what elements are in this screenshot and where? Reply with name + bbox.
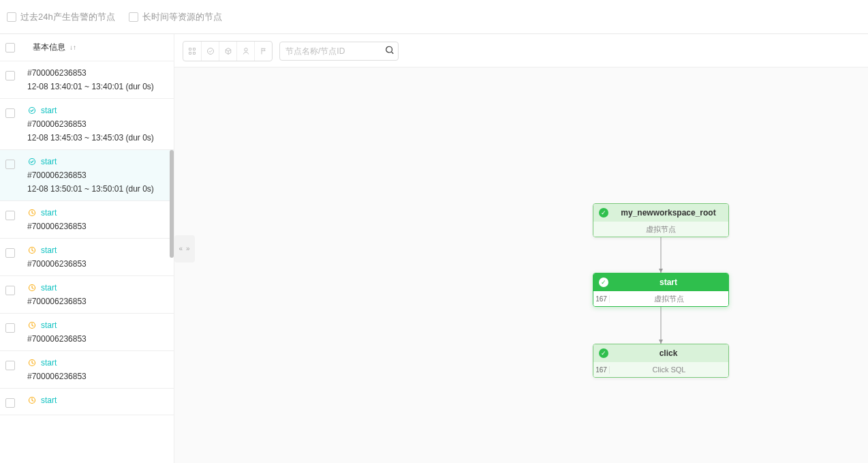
cube-button[interactable] bbox=[219, 42, 236, 61]
node-header: ✓start bbox=[593, 273, 728, 291]
node-time: 12-08 13:45:03 ~ 13:45:03 (dur 0s) bbox=[27, 133, 170, 143]
node-hash: #700006236853 bbox=[27, 119, 170, 129]
scrollbar-thumb[interactable] bbox=[170, 150, 174, 258]
node-hash: #700006236853 bbox=[27, 297, 170, 306]
node-name: start bbox=[41, 395, 57, 405]
check-circle-icon: ✓ bbox=[599, 208, 608, 218]
status-line: start bbox=[27, 395, 170, 405]
row-body: start#700006236853 bbox=[27, 358, 170, 381]
row-checkbox[interactable] bbox=[5, 248, 15, 258]
node-hash: #700006236853 bbox=[27, 170, 170, 180]
checkbox-icon bbox=[7, 12, 16, 22]
graph-node-root[interactable]: ✓my_newworkspace_root虚拟节点 bbox=[593, 203, 729, 237]
check-circle-icon bbox=[27, 157, 37, 166]
svg-point-9 bbox=[244, 48, 247, 52]
node-title: my_newworkspace_root bbox=[614, 208, 723, 218]
status-line: start bbox=[27, 320, 170, 330]
canvas-toolbar bbox=[183, 41, 860, 61]
node-subtext: 虚拟节点 bbox=[610, 294, 728, 304]
row-body: start#70000623685312-08 13:50:01 ~ 13:50… bbox=[27, 157, 170, 194]
graph-node-start[interactable]: ✓start167虚拟节点 bbox=[593, 273, 729, 307]
search-input[interactable] bbox=[279, 42, 399, 61]
cube-icon bbox=[224, 47, 232, 55]
row-checkbox[interactable] bbox=[5, 361, 15, 370]
graph-node-click[interactable]: ✓click167Click SQL bbox=[593, 344, 729, 378]
node-header: ✓my_newworkspace_root bbox=[593, 204, 728, 222]
flag-icon bbox=[260, 47, 268, 55]
node-title: start bbox=[614, 278, 723, 287]
node-index: 167 bbox=[593, 366, 610, 374]
node-sub: 虚拟节点 bbox=[593, 222, 728, 237]
row-checkbox[interactable] bbox=[5, 160, 15, 169]
clock-icon bbox=[27, 358, 37, 368]
svg-point-8 bbox=[207, 48, 213, 55]
row-body: start#700006236853 bbox=[27, 245, 170, 269]
list-item[interactable]: start#70000623685312-08 13:45:03 ~ 13:45… bbox=[0, 99, 174, 150]
node-subtext: 虚拟节点 bbox=[593, 224, 728, 235]
clock-icon bbox=[27, 245, 37, 255]
node-hash: #700006236853 bbox=[27, 259, 170, 269]
node-time: 12-08 13:50:01 ~ 13:50:01 (dur 0s) bbox=[27, 184, 170, 194]
checkbox-icon bbox=[129, 12, 138, 22]
clock-icon bbox=[27, 283, 37, 293]
row-body: start#700006236853 bbox=[27, 283, 170, 306]
status-line: start bbox=[27, 358, 170, 368]
sidebar-list[interactable]: #70000623685312-08 13:40:01 ~ 13:40:01 (… bbox=[0, 61, 174, 463]
list-item[interactable]: start#700006236853 bbox=[0, 201, 174, 239]
node-hash: #700006236853 bbox=[27, 68, 170, 78]
filter-label: 长时间等资源的节点 bbox=[142, 11, 222, 23]
status-line: start bbox=[27, 245, 170, 255]
list-item[interactable]: start bbox=[0, 389, 174, 415]
search-icon bbox=[385, 46, 394, 57]
node-name: start bbox=[41, 245, 57, 255]
node-name: start bbox=[41, 283, 57, 293]
user-button[interactable] bbox=[236, 42, 254, 61]
row-body: start#700006236853 bbox=[27, 208, 170, 231]
row-checkbox[interactable] bbox=[5, 71, 15, 80]
list-item[interactable]: start#700006236853 bbox=[0, 314, 174, 351]
sort-icon[interactable]: ↓↑ bbox=[69, 44, 76, 51]
status-line: start bbox=[27, 157, 170, 166]
node-hash: #700006236853 bbox=[27, 334, 170, 344]
list-item[interactable]: start#700006236853 bbox=[0, 276, 174, 314]
node-title: click bbox=[614, 348, 723, 358]
node-time: 12-08 13:40:01 ~ 13:40:01 (dur 0s) bbox=[27, 82, 170, 91]
graph-edges bbox=[174, 68, 868, 463]
scrollbar-track bbox=[170, 63, 174, 463]
node-name: start bbox=[41, 106, 57, 115]
node-name: start bbox=[41, 320, 57, 330]
list-item[interactable]: start#700006236853 bbox=[0, 351, 174, 389]
select-all-checkbox[interactable] bbox=[5, 43, 15, 53]
row-checkbox[interactable] bbox=[5, 108, 15, 118]
flag-button[interactable] bbox=[254, 42, 272, 61]
canvas-pane: ✓my_newworkspace_root虚拟节点✓start167虚拟节点✓c… bbox=[174, 34, 868, 463]
row-checkbox[interactable] bbox=[5, 398, 15, 408]
sidebar: 基本信息 ↓↑ #70000623685312-08 13:40:01 ~ 13… bbox=[0, 34, 174, 463]
row-checkbox[interactable] bbox=[5, 211, 15, 220]
filter-alert-24h[interactable]: 过去24h产生告警的节点 bbox=[7, 11, 115, 23]
check-circle-icon bbox=[206, 47, 215, 55]
check-circle-icon bbox=[27, 106, 37, 115]
collapse-icon: « » bbox=[179, 245, 191, 252]
clock-icon bbox=[27, 320, 37, 330]
row-checkbox[interactable] bbox=[5, 286, 15, 295]
status-line: start bbox=[27, 106, 170, 115]
row-body: #70000623685312-08 13:40:01 ~ 13:40:01 (… bbox=[27, 68, 170, 91]
check-circle-icon: ✓ bbox=[599, 348, 608, 358]
filter-long-wait[interactable]: 长时间等资源的节点 bbox=[129, 11, 222, 23]
user-icon bbox=[242, 47, 250, 55]
node-name: start bbox=[41, 208, 57, 218]
node-subtext: Click SQL bbox=[610, 365, 728, 374]
list-item[interactable]: start#70000623685312-08 13:50:01 ~ 13:50… bbox=[0, 150, 174, 201]
node-sub: 167虚拟节点 bbox=[593, 291, 728, 306]
sidebar-collapse-handle[interactable]: « » bbox=[174, 235, 195, 263]
clock-icon bbox=[27, 208, 37, 218]
list-item[interactable]: #70000623685312-08 13:40:01 ~ 13:40:01 (… bbox=[0, 61, 174, 99]
grid-button[interactable] bbox=[183, 42, 201, 61]
check-button[interactable] bbox=[201, 42, 219, 61]
node-name: start bbox=[41, 358, 57, 368]
graph-area[interactable]: ✓my_newworkspace_root虚拟节点✓start167虚拟节点✓c… bbox=[174, 67, 868, 463]
list-item[interactable]: start#700006236853 bbox=[0, 239, 174, 276]
row-checkbox[interactable] bbox=[5, 323, 15, 333]
filter-bar: 过去24h产生告警的节点 长时间等资源的节点 bbox=[0, 0, 868, 34]
